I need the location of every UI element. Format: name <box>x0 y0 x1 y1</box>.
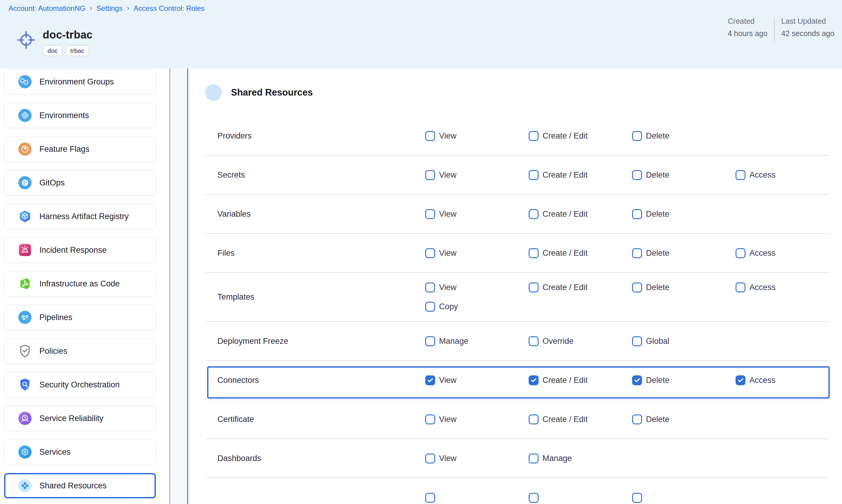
checkbox-unchecked-icon[interactable] <box>425 283 435 292</box>
sidebar-item-security-orchestration[interactable]: Security Orchestration <box>4 372 156 397</box>
permission-row-templates: Templates ViewCreate / EditDeleteAccessC… <box>205 273 829 322</box>
permission-checkbox-variables-create-edit[interactable]: Create / Edit <box>529 209 632 219</box>
permission-label: Create / Edit <box>543 210 587 219</box>
permission-checkbox-secrets-delete[interactable]: Delete <box>632 170 736 180</box>
resource-label: Connectors <box>205 376 425 385</box>
checkbox-unchecked-icon[interactable] <box>632 170 642 180</box>
sidebar-item-feature-flags[interactable]: Feature Flags <box>4 137 156 162</box>
sidebar-item-pipelines[interactable]: Pipelines <box>4 305 156 330</box>
sidebar-item-label: Infrastructure as Code <box>39 279 120 289</box>
sidebar-item-gitops[interactable]: GitOps <box>4 170 156 195</box>
checkbox-unchecked-icon[interactable] <box>425 209 435 219</box>
permission-checkbox-templates-access[interactable]: Access <box>736 283 839 292</box>
sidebar-item-label: GitOps <box>39 178 65 187</box>
sidebar-item-service-reliability[interactable]: Service Reliability <box>4 406 156 431</box>
role-meta: Created 4 hours ago Last Updated 42 seco… <box>728 17 835 43</box>
checkbox-unchecked-icon[interactable] <box>529 414 539 424</box>
permission-label: Manage <box>543 454 572 463</box>
checkbox-unchecked-icon[interactable] <box>529 131 539 141</box>
permission-checkbox-providers-delete[interactable]: Delete <box>632 131 736 141</box>
permission-checkbox-variables-view[interactable]: View <box>425 209 529 219</box>
checkbox-unchecked-icon[interactable] <box>632 209 642 219</box>
content-area: Environment Groups Environments Feature … <box>0 69 842 504</box>
permission-checkbox-templates-copy[interactable]: Copy <box>425 302 529 312</box>
permission-checkbox-providers-create-edit[interactable]: Create / Edit <box>529 131 632 141</box>
permission-checkbox-files-access[interactable]: Access <box>736 248 839 258</box>
permission-checkbox-connectors-delete[interactable]: Delete <box>632 375 736 385</box>
checkbox-unchecked-icon[interactable] <box>736 283 745 292</box>
permission-checkbox-templates-delete[interactable]: Delete <box>632 283 736 292</box>
page-header: Account: AutomationNG›Settings›Access Co… <box>0 0 842 69</box>
checkbox-checked-icon[interactable] <box>529 375 539 385</box>
permission-checkbox-deployment-freeze-override[interactable]: Override <box>529 336 632 346</box>
permission-checkbox-providers-view[interactable]: View <box>425 131 529 141</box>
sidebar-item-label: Security Orchestration <box>39 380 120 390</box>
checkbox-unchecked-icon[interactable] <box>529 453 539 464</box>
checkbox-unchecked-icon[interactable] <box>425 248 435 258</box>
sidebar-item-services[interactable]: Services <box>4 439 156 465</box>
checkbox-unchecked-icon[interactable] <box>529 336 539 346</box>
sidebar-item-policies[interactable]: Policies <box>4 338 156 364</box>
permission-label: View <box>439 415 456 424</box>
sidebar-item-shared-resources[interactable]: Shared Resources <box>4 473 156 498</box>
sidebar-item-incident-response[interactable]: Incident Response <box>4 237 156 263</box>
permission-checkbox-deployment-freeze-global[interactable]: Global <box>632 336 736 346</box>
checkbox-unchecked-icon[interactable] <box>632 131 642 141</box>
permission-checkbox-row[interactable] <box>632 493 736 503</box>
permission-checkbox-files-view[interactable]: View <box>425 248 529 258</box>
checkbox-checked-icon[interactable] <box>632 375 642 385</box>
permission-checkbox-certificate-create-edit[interactable]: Create / Edit <box>529 414 632 424</box>
checkbox-checked-icon[interactable] <box>425 375 435 385</box>
permission-checkbox-row[interactable] <box>425 493 529 503</box>
checkbox-unchecked-icon[interactable] <box>736 248 745 258</box>
checkbox-unchecked-icon[interactable] <box>529 170 539 180</box>
permission-label: Manage <box>439 337 469 346</box>
breadcrumb-link-settings[interactable]: Settings <box>97 4 123 13</box>
checkbox-unchecked-icon[interactable] <box>529 283 539 292</box>
breadcrumb-link-access-control-roles[interactable]: Access Control: Roles <box>134 4 205 13</box>
permission-checkbox-dashboards-view[interactable]: View <box>425 453 529 464</box>
permission-checkbox-secrets-view[interactable]: View <box>425 170 529 180</box>
permission-checkbox-templates-view[interactable]: View <box>425 283 529 292</box>
checkbox-unchecked-icon[interactable] <box>425 302 435 312</box>
checkbox-unchecked-icon[interactable] <box>632 248 642 258</box>
breadcrumb-separator-icon: › <box>127 4 129 12</box>
checkbox-unchecked-icon[interactable] <box>529 248 539 258</box>
permission-checkbox-files-delete[interactable]: Delete <box>632 248 736 258</box>
checkbox-unchecked-icon[interactable] <box>425 170 435 180</box>
permission-checkbox-connectors-create-edit[interactable]: Create / Edit <box>529 375 632 385</box>
last-updated-label: Last Updated <box>781 17 835 25</box>
checkbox-unchecked-icon[interactable] <box>632 283 642 292</box>
checkbox-unchecked-icon[interactable] <box>425 453 435 464</box>
permission-checkbox-secrets-create-edit[interactable]: Create / Edit <box>529 170 632 180</box>
permission-checkbox-templates-create-edit[interactable]: Create / Edit <box>529 283 632 292</box>
checkbox-unchecked-icon[interactable] <box>425 336 435 346</box>
pipelines-icon <box>18 310 32 325</box>
permission-checkbox-variables-delete[interactable]: Delete <box>632 209 736 219</box>
permission-checkbox-files-create-edit[interactable]: Create / Edit <box>529 248 632 258</box>
permission-checkbox-certificate-delete[interactable]: Delete <box>632 414 736 424</box>
checkbox-unchecked-icon[interactable] <box>632 414 642 424</box>
checkbox-unchecked-icon[interactable] <box>425 414 435 424</box>
permission-checkbox-row[interactable] <box>529 493 632 503</box>
checkbox-unchecked-icon[interactable] <box>425 131 435 141</box>
permission-checkbox-certificate-view[interactable]: View <box>425 414 529 424</box>
permission-checkbox-secrets-access[interactable]: Access <box>736 170 839 180</box>
sidebar-item-environment-groups[interactable]: Environment Groups <box>4 69 156 94</box>
checkbox-unchecked-icon[interactable] <box>529 493 539 503</box>
checkbox-unchecked-icon[interactable] <box>425 493 435 503</box>
breadcrumb-link-account-automationng[interactable]: Account: AutomationNG <box>8 4 85 13</box>
sidebar-item-harness-artifact-registry[interactable]: Harness Artifact Registry <box>4 204 156 229</box>
sidebar-item-infrastructure-as-code[interactable]: Infrastructure as Code <box>4 271 156 296</box>
checkbox-unchecked-icon[interactable] <box>632 493 642 503</box>
permission-checkbox-connectors-view[interactable]: View <box>425 375 529 385</box>
permission-checkbox-deployment-freeze-manage[interactable]: Manage <box>425 336 529 346</box>
permission-checkbox-dashboards-manage[interactable]: Manage <box>529 453 632 464</box>
checkbox-unchecked-icon[interactable] <box>632 336 642 346</box>
permission-checkbox-connectors-access[interactable]: Access <box>736 375 839 385</box>
checkbox-checked-icon[interactable] <box>736 375 745 385</box>
sidebar-item-environments[interactable]: Environments <box>4 103 156 128</box>
checkbox-unchecked-icon[interactable] <box>529 209 539 219</box>
permission-label: Delete <box>646 376 669 385</box>
checkbox-unchecked-icon[interactable] <box>736 170 745 180</box>
